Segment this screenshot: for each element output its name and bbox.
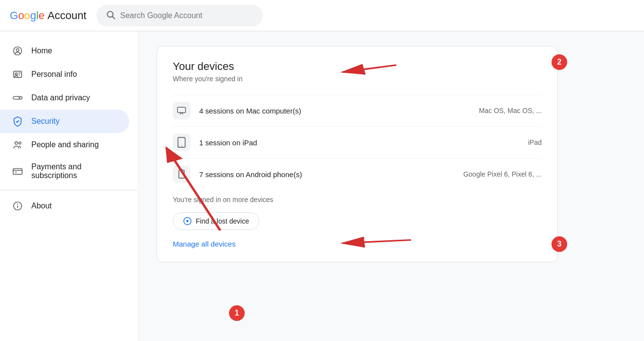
svg-point-3 (16, 48, 19, 51)
find-device-btn-label: Find a lost device (196, 217, 249, 225)
svg-rect-12 (13, 169, 22, 175)
card-subtitle: Where you're signed in (173, 75, 542, 83)
sidebar-item-payments[interactable]: Payments and subscriptions (0, 157, 129, 186)
svg-point-10 (15, 142, 18, 145)
svg-point-17 (18, 204, 18, 205)
annotation-badge-1: 1 (229, 305, 245, 321)
data-privacy-icon (12, 92, 23, 104)
sidebar: Home Personal info (0, 31, 137, 341)
about-icon (12, 200, 23, 212)
security-icon (12, 115, 23, 127)
svg-point-25 (186, 220, 189, 223)
logo-o1: o (18, 9, 24, 22)
logo-o2: o (24, 9, 30, 22)
sidebar-item-home[interactable]: Home (0, 39, 129, 63)
svg-point-9 (19, 97, 21, 99)
mac-device-icon (173, 102, 190, 119)
google-account-logo: Google Account (10, 9, 87, 22)
payments-icon (12, 165, 23, 177)
svg-point-23 (181, 177, 182, 178)
sidebar-label-about: About (31, 202, 52, 210)
search-bar[interactable] (96, 5, 263, 26)
sidebar-divider (0, 190, 137, 190)
svg-point-20 (181, 146, 182, 146)
sidebar-item-data-privacy[interactable]: Data and privacy (0, 86, 129, 110)
mac-device-os: Mac OS, Mac OS, ... (479, 107, 542, 114)
android-device-info: 7 sessions on Android phone(s) (199, 170, 455, 179)
manage-all-devices-link[interactable]: Manage all devices (173, 240, 235, 248)
ipad-device-icon (173, 134, 190, 151)
logo-g2: g (30, 9, 36, 22)
device-row-android: 7 sessions on Android phone(s) Google Pi… (173, 158, 542, 190)
header: Google Account (0, 0, 644, 31)
logo-g: G (10, 9, 18, 22)
sidebar-item-security[interactable]: Security (0, 110, 129, 133)
device-row-mac: 4 sessions on Mac computer(s) Mac OS, Ma… (173, 94, 542, 126)
sidebar-label-payments: Payments and subscriptions (31, 162, 117, 180)
find-lost-device-button[interactable]: Find a lost device (173, 212, 259, 230)
sidebar-label-home: Home (31, 46, 52, 55)
sidebar-label-people-sharing: People and sharing (31, 140, 99, 149)
main-content: 2 Your devices Where you're signed in 4 … (137, 31, 644, 341)
logo-e: e (39, 9, 45, 22)
sidebar-label-data-privacy: Data and privacy (31, 93, 90, 102)
logo-account-text: Account (47, 9, 87, 22)
sidebar-label-security: Security (31, 117, 60, 126)
mac-device-info: 4 sessions on Mac computer(s) (199, 107, 470, 115)
card-title: Your devices (173, 60, 542, 73)
annotation-badge-3: 3 (552, 236, 567, 252)
search-icon (106, 10, 115, 21)
page-layout: Home Personal info (0, 31, 644, 341)
sidebar-item-about[interactable]: About (0, 194, 129, 218)
svg-point-5 (15, 73, 18, 75)
personal-info-icon (12, 68, 23, 80)
svg-line-1 (112, 17, 115, 19)
devices-card-wrapper: 2 Your devices Where you're signed in 4 … (157, 46, 558, 262)
android-device-icon (173, 165, 190, 183)
svg-point-11 (19, 142, 21, 144)
devices-card: 2 Your devices Where you're signed in 4 … (157, 46, 558, 262)
ipad-device-info: 1 session on iPad (199, 138, 519, 147)
ipad-device-os: iPad (528, 138, 542, 146)
people-sharing-icon (12, 139, 23, 151)
sidebar-item-people-sharing[interactable]: People and sharing (0, 133, 129, 157)
svg-rect-18 (178, 107, 186, 113)
search-input[interactable] (120, 11, 253, 20)
svg-rect-21 (179, 170, 184, 179)
svg-rect-8 (13, 96, 22, 99)
home-icon (12, 45, 23, 57)
annotation-badge-2: 2 (552, 54, 567, 70)
more-devices-text: You're signed in on more devices (173, 196, 542, 204)
sidebar-item-personal-info[interactable]: Personal info (0, 63, 129, 86)
sidebar-label-personal-info: Personal info (31, 70, 77, 79)
android-device-os: Google Pixel 6, Pixel 6, ... (463, 170, 542, 178)
device-row-ipad: 1 session on iPad iPad (173, 126, 542, 158)
